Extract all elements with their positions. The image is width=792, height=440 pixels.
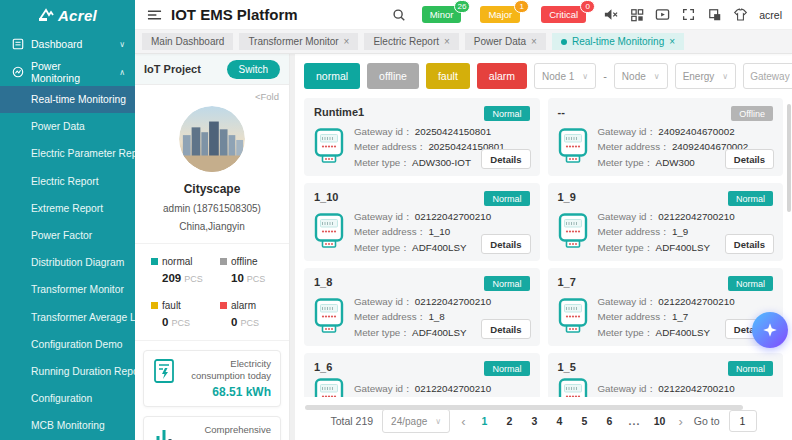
ai-assistant-button[interactable] bbox=[752, 312, 788, 348]
close-icon[interactable]: × bbox=[344, 37, 350, 47]
node-to-select[interactable]: Node ∨ bbox=[614, 63, 668, 89]
meter-type: ADF400LSY bbox=[412, 327, 466, 338]
vertical-scrollbar[interactable] bbox=[787, 104, 791, 212]
page-ellipsis[interactable]: ... bbox=[626, 415, 642, 427]
sidebar-item-distribution-diagram[interactable]: Distribution Diagram bbox=[0, 249, 135, 276]
major-alarm-badge[interactable]: Major 1 bbox=[480, 6, 520, 23]
details-button[interactable]: Details bbox=[481, 234, 530, 254]
page-1[interactable]: 1 bbox=[476, 415, 492, 427]
sidebar-item-realtime-monitoring[interactable]: Real-time Monitoring bbox=[0, 86, 135, 113]
filter-normal-button[interactable]: normal bbox=[304, 63, 360, 89]
tab-label: Main Dashboard bbox=[151, 36, 224, 47]
sidebar-item-power-data[interactable]: Power Data bbox=[0, 113, 135, 140]
chevron-down-icon: ∨ bbox=[582, 72, 588, 81]
device-card-offline: -- Offline Gateway id：24092404670002 Met… bbox=[548, 98, 784, 176]
gateway-id: 02122042700210 bbox=[658, 383, 734, 394]
device-name: 1_7 bbox=[558, 276, 576, 288]
collapse-menu-icon[interactable] bbox=[147, 7, 162, 22]
filter-offline-button[interactable]: offline bbox=[367, 63, 419, 89]
page-10[interactable]: 10 bbox=[651, 415, 667, 427]
brand-logo: Acrel bbox=[0, 0, 135, 30]
device-card-1-7: 1_7 Normal Gateway id：02122042700210 Met… bbox=[548, 268, 784, 346]
sidebar-item-running-duration-report[interactable]: Running Duration Report bbox=[0, 358, 135, 385]
sidebar-item-configuration-demo[interactable]: Configuration Demo bbox=[0, 331, 135, 358]
energy-select[interactable]: Energy ∨ bbox=[675, 63, 737, 89]
sidebar-item-mcb-monitoring[interactable]: MCB Monitoring bbox=[0, 412, 135, 439]
tab-electric-report[interactable]: Electric Report × bbox=[364, 33, 458, 50]
switch-project-button[interactable]: Switch bbox=[227, 60, 280, 79]
close-icon[interactable]: × bbox=[531, 37, 537, 47]
skin-tshirt-icon[interactable] bbox=[733, 7, 748, 22]
power-monitoring-icon bbox=[12, 66, 24, 78]
details-button[interactable]: Details bbox=[481, 319, 530, 339]
details-button[interactable]: Details bbox=[481, 149, 530, 169]
device-name: 1_8 bbox=[314, 276, 332, 288]
page-3[interactable]: 3 bbox=[526, 415, 542, 427]
details-button[interactable]: Details bbox=[725, 149, 774, 169]
stat-alarm: alarm 0PCS bbox=[220, 300, 289, 328]
meter-icon bbox=[314, 213, 344, 249]
sidebar-item-dashboard[interactable]: Dashboard ∨ bbox=[0, 30, 135, 58]
page-6[interactable]: 6 bbox=[601, 415, 617, 427]
chevron-down-icon: ∨ bbox=[435, 417, 441, 426]
gateway-id: 02122042700210 bbox=[415, 211, 491, 222]
sidebar-item-extreme-report[interactable]: Extreme Report bbox=[0, 195, 135, 222]
device-name: 1_6 bbox=[314, 361, 332, 373]
tab-transformer-monitor[interactable]: Transformer Monitor × bbox=[239, 33, 358, 50]
search-icon[interactable] bbox=[392, 7, 407, 22]
critical-alarm-label: Critical bbox=[549, 9, 578, 20]
project-admin: admin (18761508305) bbox=[135, 203, 289, 214]
sidebar-item-configuration[interactable]: Configuration bbox=[0, 385, 135, 412]
theme-layers-icon[interactable] bbox=[707, 7, 722, 22]
stat-offline: offline 10PCS bbox=[220, 256, 289, 284]
minor-alarm-count: 26 bbox=[454, 0, 471, 13]
tab-label: Real-time Monitoring bbox=[572, 36, 664, 47]
page-size-select[interactable]: 24/page ∨ bbox=[382, 409, 450, 433]
page-2[interactable]: 2 bbox=[501, 415, 517, 427]
node-from-select[interactable]: Node 1 ∨ bbox=[534, 63, 596, 89]
sidebar-item-power-factor[interactable]: Power Factor bbox=[0, 222, 135, 249]
close-icon[interactable]: × bbox=[444, 37, 450, 47]
critical-alarm-count: 0 bbox=[580, 0, 595, 13]
close-icon[interactable]: × bbox=[669, 37, 675, 47]
chevron-up-icon: ∧ bbox=[119, 68, 125, 77]
prev-page-icon[interactable]: ‹ bbox=[459, 414, 467, 429]
chevron-down-icon: ∨ bbox=[654, 72, 660, 81]
tab-power-data[interactable]: Power Data × bbox=[465, 33, 546, 50]
tab-main-dashboard[interactable]: Main Dashboard bbox=[142, 33, 233, 50]
tab-label: Power Data bbox=[474, 36, 526, 47]
details-button[interactable]: Details bbox=[725, 234, 774, 254]
page-4[interactable]: 4 bbox=[551, 415, 567, 427]
meter-icon bbox=[314, 378, 344, 397]
minor-alarm-badge[interactable]: Minor 26 bbox=[422, 6, 462, 23]
electricity-consumption-card[interactable]: Electricity consumption today 68.51 kWh bbox=[143, 350, 281, 407]
minor-alarm-label: Minor bbox=[430, 9, 454, 20]
goto-page-input[interactable] bbox=[729, 410, 757, 432]
fold-panel-link[interactable]: <Fold bbox=[135, 85, 289, 102]
grid-apps-icon[interactable] bbox=[629, 7, 644, 22]
page-5[interactable]: 5 bbox=[576, 415, 592, 427]
sidebar-item-transformer-average-load[interactable]: Transformer Average Loa... bbox=[0, 304, 135, 331]
meter-address: 1_8 bbox=[428, 311, 444, 322]
sidebar-item-transformer-monitor[interactable]: Transformer Monitor bbox=[0, 276, 135, 303]
chevron-down-icon: ∨ bbox=[722, 72, 728, 81]
filter-fault-button[interactable]: fault bbox=[426, 63, 470, 89]
fullscreen-icon[interactable] bbox=[681, 7, 696, 22]
comprehensive-energy-card[interactable]: Comprehensive energy bbox=[143, 416, 281, 440]
gateway-search-input[interactable] bbox=[750, 71, 790, 82]
sidebar-item-electric-report[interactable]: Electric Report bbox=[0, 168, 135, 195]
page-title: IOT EMS Platform bbox=[171, 6, 298, 23]
video-monitor-icon[interactable] bbox=[655, 7, 670, 22]
critical-alarm-badge[interactable]: Critical 0 bbox=[541, 6, 586, 23]
device-name: 1_9 bbox=[558, 191, 576, 203]
username[interactable]: acrel bbox=[759, 9, 782, 21]
status-badge: Normal bbox=[484, 276, 529, 291]
mute-icon[interactable] bbox=[603, 7, 618, 22]
filter-alarm-button[interactable]: alarm bbox=[477, 63, 527, 89]
meter-icon bbox=[314, 298, 344, 334]
tab-realtime-monitoring[interactable]: Real-time Monitoring × bbox=[552, 33, 684, 50]
sidebar-item-electric-parameter-report[interactable]: Electric Parameter Report bbox=[0, 140, 135, 167]
sidebar-item-power-monitoring[interactable]: Power Monitoring ∧ bbox=[0, 58, 135, 86]
tab-label: Electric Report bbox=[373, 36, 439, 47]
next-page-icon[interactable]: › bbox=[676, 414, 684, 429]
